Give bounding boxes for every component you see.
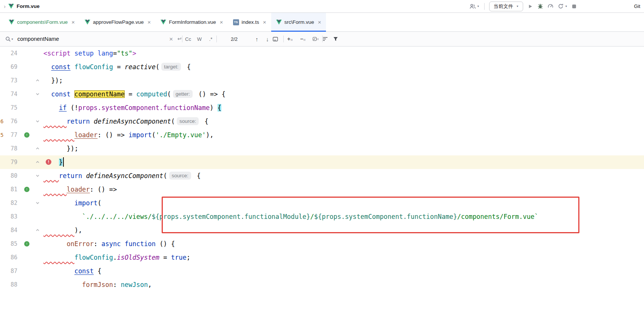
code-text[interactable]: formJson: newJson, (43, 278, 644, 291)
regex-toggle[interactable]: .* (205, 36, 216, 42)
profiler-icon[interactable] (548, 3, 553, 9)
newline-icon[interactable] (177, 37, 182, 41)
fold-region-end-icon[interactable] (36, 229, 39, 231)
whole-words-toggle[interactable]: W (194, 36, 205, 42)
parameter-hint-inlay: getter: (173, 90, 193, 98)
error-icon[interactable]: ! (46, 159, 51, 165)
code-line-79[interactable]: 79! } (0, 155, 644, 169)
code-text[interactable]: const { (43, 264, 644, 278)
code-text[interactable]: loader: () => (43, 183, 644, 196)
filter-icon[interactable] (333, 37, 344, 41)
code-line-83[interactable]: 83 `./../../../views/${props.systemCompo… (0, 210, 644, 223)
close-tab-icon[interactable]: × (318, 19, 321, 25)
code-token: onError (66, 240, 94, 248)
check-selection-icon[interactable]: ✓II (309, 37, 322, 41)
close-tab-icon[interactable]: × (147, 19, 151, 25)
code-line-78[interactable]: 78 }); (0, 142, 644, 155)
fold-region-end-icon[interactable] (36, 147, 39, 150)
code-line-74[interactable]: 74 const componentName = computed(getter… (0, 87, 644, 101)
fold-region-start-icon[interactable] (36, 202, 39, 204)
fold-region-end-icon[interactable] (36, 161, 39, 163)
code-line-76[interactable]: 766 return defineAsyncComponent(source: … (0, 115, 644, 128)
fold-region-start-icon[interactable] (36, 93, 39, 95)
code-text[interactable]: } (43, 155, 644, 169)
code-token (71, 63, 74, 71)
fold-region-start-icon[interactable] (36, 175, 39, 177)
code-editor[interactable]: 24<script setup lang="ts">69 const flowC… (0, 46, 644, 310)
close-tab-icon[interactable]: × (263, 19, 266, 25)
code-text[interactable]: onError: async function () { (43, 237, 644, 251)
code-token: () { (156, 240, 175, 248)
search-input[interactable]: componentName (17, 36, 165, 42)
git-widget[interactable]: Git (634, 3, 640, 9)
line-number: 84 (0, 223, 17, 237)
code-token: { (94, 267, 101, 275)
tab-components-form-vue[interactable]: components\Form.vue× (4, 13, 80, 31)
code-line-82[interactable]: 82 import( (0, 196, 644, 210)
implementation-gutter-icon[interactable]: ↑ (24, 187, 29, 192)
add-selection-icon[interactable]: +II (284, 36, 297, 42)
chevron-right-icon[interactable]: › (4, 3, 6, 9)
remove-selection-icon[interactable]: −II (297, 36, 309, 42)
code-text[interactable]: <script setup lang="ts"> (43, 46, 644, 60)
match-case-toggle[interactable]: Cc (182, 36, 194, 42)
code-line-81[interactable]: 81↑ loader: () => (0, 183, 644, 196)
code-text[interactable]: return defineAsyncComponent(source: { (43, 169, 644, 183)
code-line-84[interactable]: 84 ), (0, 223, 644, 237)
code-token: loader (66, 186, 90, 193)
code-line-73[interactable]: 73 }); (0, 74, 644, 87)
debug-icon[interactable] (537, 3, 543, 9)
run-icon[interactable] (528, 4, 533, 9)
stop-icon[interactable] (572, 4, 576, 9)
code-token: ) (210, 104, 217, 112)
code-token: lang (97, 50, 113, 57)
code-line-86[interactable]: 86 flowConfig.isOldSystem = true; (0, 251, 644, 264)
code-text[interactable]: import( (43, 196, 644, 210)
prev-occurrence-icon[interactable]: ↑ (252, 36, 262, 42)
line-number: 80 (0, 169, 17, 183)
code-line-80[interactable]: 80 return defineAsyncComponent(source: { (0, 169, 644, 183)
code-text[interactable]: const flowConfig = reactive(target: { (43, 60, 644, 74)
code-line-87[interactable]: 87 const { (0, 264, 644, 278)
fold-region-start-icon[interactable] (36, 120, 39, 122)
tab-approveflowpage-vue[interactable]: approveFlowPage.vue× (80, 13, 156, 31)
code-line-75[interactable]: 75 if (!props.systemComponent.functionNa… (0, 101, 644, 115)
tab-src-form-vue[interactable]: src\Form.vue× (271, 13, 326, 31)
code-token: ( (97, 199, 101, 207)
tab-index-ts[interactable]: TSindex.ts× (228, 13, 271, 31)
code-token (94, 50, 97, 57)
code-text[interactable]: loader: () => import('./Empty.vue'), (43, 128, 644, 142)
code-text[interactable]: }); (43, 142, 644, 155)
code-token: = (159, 254, 171, 261)
close-tab-icon[interactable]: × (220, 19, 223, 25)
clear-search-icon[interactable]: × (169, 36, 173, 42)
code-text[interactable]: return defineAsyncComponent(source: { (43, 115, 644, 128)
rerun-icon[interactable]: ▼ (558, 3, 567, 9)
line-number: 24 (0, 46, 17, 60)
code-text[interactable]: `./../../../views/${props.systemComponen… (43, 210, 644, 223)
code-token: defineAsyncComponent (86, 172, 164, 180)
code-text[interactable]: ), (43, 223, 644, 237)
next-occurrence-icon[interactable]: ↓ (262, 36, 273, 42)
search-icon[interactable]: ▼ (5, 36, 14, 42)
code-line-24[interactable]: 24<script setup lang="ts"> (0, 46, 644, 60)
code-token: { (201, 118, 208, 125)
code-text[interactable]: flowConfig.isOldSystem = true; (43, 251, 644, 264)
fold-region-end-icon[interactable] (36, 79, 39, 82)
close-tab-icon[interactable]: × (71, 19, 75, 25)
implementation-gutter-icon[interactable]: ↑ (24, 132, 29, 138)
implementation-gutter-icon[interactable]: ↑ (24, 241, 29, 246)
code-text[interactable]: if (!props.systemComponent.functionName)… (43, 101, 644, 115)
code-text[interactable]: const componentName = computed(getter: (… (43, 87, 644, 101)
multiline-icon[interactable] (323, 37, 333, 41)
collaboration-icon[interactable]: ▼ (469, 3, 480, 9)
code-text[interactable]: }); (43, 74, 644, 87)
tab-forminformation-vue[interactable]: FormInformation.vue× (156, 13, 228, 31)
code-line-69[interactable]: 69 const flowConfig = reactive(target: { (0, 60, 644, 74)
run-config-selector[interactable]: 当前文件 ▼ (489, 2, 524, 11)
code-line-88[interactable]: 88 formJson: newJson, (0, 278, 644, 291)
code-line-85[interactable]: 85↑ onError: async function () { (0, 237, 644, 251)
search-field[interactable]: ▼ componentName × (5, 36, 182, 42)
code-line-77[interactable]: 775↑ loader: () => import('./Empty.vue')… (0, 128, 644, 142)
open-results-icon[interactable] (273, 37, 283, 42)
